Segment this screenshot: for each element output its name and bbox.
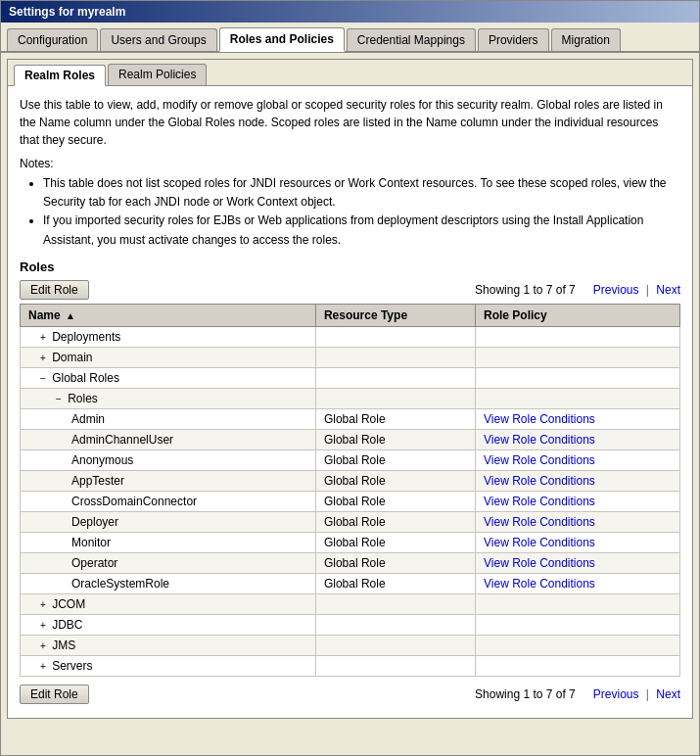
view-role-conditions-operator[interactable]: View Role Conditions bbox=[484, 556, 595, 570]
sub-tab-realm-policies[interactable]: Realm Policies bbox=[108, 64, 207, 85]
expand-jdbc-icon[interactable]: + bbox=[40, 620, 46, 631]
view-role-conditions-deployer[interactable]: View Role Conditions bbox=[484, 515, 595, 529]
main-tab-bar: Configuration Users and Groups Roles and… bbox=[1, 23, 699, 53]
row-anonymous-name: Anonymous bbox=[21, 449, 316, 470]
row-deployments-policy bbox=[476, 326, 680, 347]
table-row: CrossDomainConnector Global Role View Ro… bbox=[21, 491, 680, 511]
row-roles-sub-label: Roles bbox=[68, 392, 98, 405]
sub-tab-realm-roles[interactable]: Realm Roles bbox=[14, 65, 106, 86]
roles-section-title: Roles bbox=[20, 260, 680, 274]
row-monitor-policy: View Role Conditions bbox=[476, 532, 680, 552]
row-monitor-type: Global Role bbox=[315, 532, 475, 552]
col-role-policy-header: Role Policy bbox=[476, 304, 680, 326]
table-row: Deployer Global Role View Role Condition… bbox=[21, 511, 680, 532]
expand-jms-icon[interactable]: + bbox=[40, 640, 46, 651]
table-row: AdminChannelUser Global Role View Role C… bbox=[21, 429, 680, 449]
pagination-top: Showing 1 to 7 of 7 Previous | Next bbox=[475, 283, 680, 297]
row-anonymous-type: Global Role bbox=[315, 449, 475, 470]
table-row: OracleSystemRole Global Role View Role C… bbox=[21, 573, 680, 593]
row-servers-name: + Servers bbox=[21, 655, 316, 676]
tab-credential-mappings[interactable]: Credential Mappings bbox=[347, 28, 476, 51]
table-header: Name ▲ Resource Type Role Policy bbox=[21, 304, 680, 326]
row-global-roles-type bbox=[315, 367, 475, 388]
row-adminchannel-type: Global Role bbox=[315, 429, 475, 449]
pagination-showing-top: Showing 1 to 7 of 7 bbox=[475, 283, 576, 297]
col-name-header[interactable]: Name ▲ bbox=[21, 304, 316, 326]
main-window: Settings for myrealm Configuration Users… bbox=[0, 0, 700, 756]
sort-icon: ▲ bbox=[66, 310, 75, 321]
view-role-conditions-anonymous[interactable]: View Role Conditions bbox=[484, 453, 595, 467]
row-deployer-type: Global Role bbox=[315, 511, 475, 532]
row-apptester-type: Global Role bbox=[315, 470, 475, 491]
expand-servers-icon[interactable]: + bbox=[40, 661, 46, 672]
view-role-conditions-apptester[interactable]: View Role Conditions bbox=[484, 474, 595, 488]
separator-bottom bbox=[583, 687, 585, 701]
row-crossdomain-type: Global Role bbox=[315, 491, 475, 511]
row-oracle-name: OracleSystemRole bbox=[21, 573, 316, 593]
expand-roles-sub-icon[interactable]: − bbox=[56, 394, 62, 404]
view-role-conditions-adminchannel[interactable]: View Role Conditions bbox=[484, 433, 595, 447]
pagination-bottom: Showing 1 to 7 of 7 Previous | Next bbox=[475, 687, 680, 701]
row-admin-name: Admin bbox=[21, 408, 316, 429]
edit-role-button-top[interactable]: Edit Role bbox=[20, 280, 89, 300]
pagination-next-top[interactable]: Next bbox=[656, 283, 680, 297]
row-global-roles-label: Global Roles bbox=[52, 371, 119, 385]
table-row: Monitor Global Role View Role Conditions bbox=[21, 532, 680, 552]
row-jdbc-policy bbox=[476, 614, 680, 635]
expand-domain-icon[interactable]: + bbox=[40, 353, 46, 363]
pipe-bottom: | bbox=[646, 687, 649, 701]
row-jdbc-name: + JDBC bbox=[21, 614, 316, 635]
row-deployer-name: Deployer bbox=[21, 511, 316, 532]
tab-configuration[interactable]: Configuration bbox=[7, 28, 98, 51]
note-item-1: This table does not list scoped roles fo… bbox=[43, 174, 680, 212]
view-role-conditions-admin[interactable]: View Role Conditions bbox=[484, 412, 595, 426]
tab-users-groups[interactable]: Users and Groups bbox=[100, 28, 216, 51]
roles-table: Name ▲ Resource Type Role Policy + Deplo… bbox=[20, 304, 680, 677]
pagination-next-bottom[interactable]: Next bbox=[656, 687, 680, 701]
expand-global-roles-icon[interactable]: − bbox=[40, 373, 46, 384]
table-row: + Servers bbox=[21, 655, 680, 676]
row-global-roles-policy bbox=[476, 367, 680, 388]
row-monitor-name: Monitor bbox=[21, 532, 316, 552]
row-adminchannel-policy: View Role Conditions bbox=[476, 429, 680, 449]
notes-section: Notes: This table does not list scoped r… bbox=[20, 157, 680, 250]
row-domain-name: + Domain bbox=[21, 347, 316, 367]
edit-role-button-bottom[interactable]: Edit Role bbox=[20, 685, 89, 704]
row-jms-type bbox=[315, 635, 475, 655]
row-operator-type: Global Role bbox=[315, 552, 475, 573]
expand-jcom-icon[interactable]: + bbox=[40, 599, 46, 610]
row-roles-sub-policy bbox=[476, 388, 680, 408]
row-jdbc-label: JDBC bbox=[52, 618, 82, 632]
table-row: − Roles bbox=[21, 388, 680, 408]
row-jcom-label: JCOM bbox=[52, 597, 85, 611]
row-deployer-policy: View Role Conditions bbox=[476, 511, 680, 532]
row-domain-label: Domain bbox=[52, 351, 92, 364]
row-servers-policy bbox=[476, 655, 680, 676]
tab-migration[interactable]: Migration bbox=[551, 28, 621, 51]
row-jcom-type bbox=[315, 593, 475, 614]
view-role-conditions-oracle[interactable]: View Role Conditions bbox=[484, 577, 595, 591]
table-row: Admin Global Role View Role Conditions bbox=[21, 408, 680, 429]
col-name-label: Name bbox=[28, 308, 61, 322]
table-row: + JCOM bbox=[21, 593, 680, 614]
tab-roles-policies[interactable]: Roles and Policies bbox=[219, 27, 345, 52]
expand-deployments-icon[interactable]: + bbox=[40, 332, 46, 343]
row-servers-label: Servers bbox=[52, 659, 92, 673]
table-row: − Global Roles bbox=[21, 367, 680, 388]
row-admin-type: Global Role bbox=[315, 408, 475, 429]
row-jcom-policy bbox=[476, 593, 680, 614]
notes-list: This table does not list scoped roles fo… bbox=[43, 174, 680, 250]
view-role-conditions-monitor[interactable]: View Role Conditions bbox=[484, 536, 595, 549]
row-roles-sub-name: − Roles bbox=[21, 388, 316, 408]
description-text: Use this table to view, add, modify or r… bbox=[20, 96, 680, 149]
pagination-previous-bottom[interactable]: Previous bbox=[593, 687, 639, 701]
row-apptester-name: AppTester bbox=[21, 470, 316, 491]
row-crossdomain-policy: View Role Conditions bbox=[476, 491, 680, 511]
row-adminchannel-name: AdminChannelUser bbox=[21, 429, 316, 449]
note-item-2: If you imported security roles for EJBs … bbox=[43, 212, 680, 249]
view-role-conditions-crossdomain[interactable]: View Role Conditions bbox=[484, 495, 595, 508]
pagination-previous-top[interactable]: Previous bbox=[593, 283, 639, 297]
tab-providers[interactable]: Providers bbox=[478, 28, 549, 51]
row-deployments-name: + Deployments bbox=[21, 326, 316, 347]
row-operator-name: Operator bbox=[21, 552, 316, 573]
